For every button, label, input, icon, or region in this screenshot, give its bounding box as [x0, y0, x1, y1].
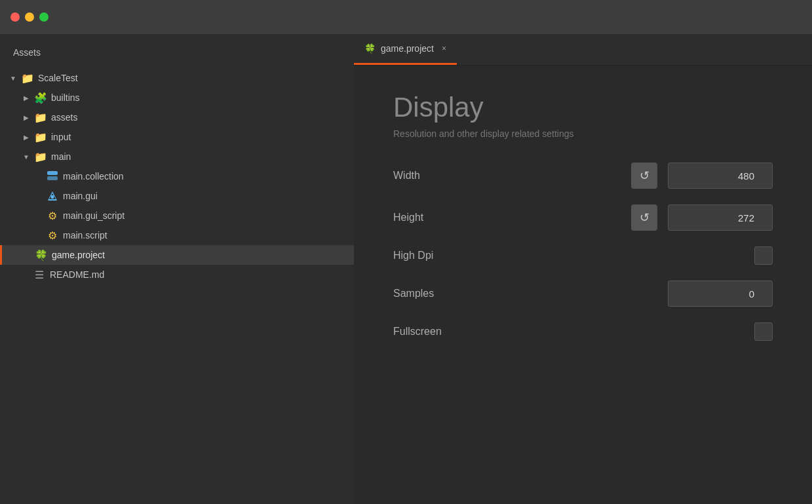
tree-item-main-collection[interactable]: main.collection — [0, 166, 354, 186]
tree-item-scaletest[interactable]: ▼📁ScaleTest — [0, 68, 354, 88]
icon-main-gui-script: ⚙ — [46, 209, 59, 222]
settings-row-height: Height↺ — [393, 204, 773, 231]
reset-height-button[interactable]: ↺ — [631, 204, 657, 231]
tree-label-builtins: builtins — [51, 92, 80, 103]
tree-arrow-main[interactable]: ▼ — [20, 150, 33, 163]
svg-rect-0 — [47, 171, 58, 175]
label-width: Width — [393, 170, 524, 182]
tab-game-project[interactable]: 🍀 game.project × — [354, 34, 457, 65]
tree-item-builtins[interactable]: ▶🧩builtins — [0, 88, 354, 107]
label-samples: Samples — [393, 288, 524, 300]
reset-width-button[interactable]: ↺ — [631, 163, 657, 189]
sidebar: Assets ▼📁ScaleTest▶🧩builtins▶📁assets▶📁in… — [0, 34, 354, 504]
icon-scaletest: 📁 — [21, 71, 34, 85]
label-fullscreen: Fullscreen — [393, 326, 524, 338]
settings-row-high-dpi: High Dpi — [393, 246, 773, 265]
input-samples[interactable] — [668, 281, 773, 307]
tree-label-main-collection: main.collection — [63, 171, 124, 182]
file-tree: ▼📁ScaleTest▶🧩builtins▶📁assets▶📁input▼📁ma… — [0, 68, 354, 284]
tree-item-assets[interactable]: ▶📁assets — [0, 107, 354, 127]
main-layout: Assets ▼📁ScaleTest▶🧩builtins▶📁assets▶📁in… — [0, 34, 812, 504]
icon-readme: ☰ — [33, 268, 46, 281]
tree-arrow-assets[interactable]: ▶ — [20, 111, 33, 124]
input-width[interactable] — [668, 163, 773, 189]
tree-item-game-project[interactable]: 🍀game.project — [0, 245, 354, 265]
icon-main-collection — [46, 170, 59, 183]
tree-item-readme[interactable]: ☰README.md — [0, 265, 354, 284]
tree-item-main-script[interactable]: ⚙main.script — [0, 225, 354, 245]
tree-label-scaletest: ScaleTest — [38, 73, 78, 83]
tree-label-main: main — [51, 151, 71, 162]
label-high-dpi: High Dpi — [393, 250, 524, 262]
input-height[interactable] — [668, 204, 773, 231]
tree-label-assets: assets — [51, 112, 77, 123]
tree-item-main-gui[interactable]: main.gui — [0, 186, 354, 206]
tree-label-game-project: game.project — [52, 250, 105, 260]
tab-icon: 🍀 — [364, 43, 376, 54]
titlebar — [0, 0, 812, 34]
icon-input: 📁 — [34, 130, 47, 144]
checkbox-high-dpi[interactable] — [754, 246, 773, 265]
icon-assets: 📁 — [34, 111, 47, 124]
right-panel: 🍀 game.project × Display Resolution and … — [354, 34, 812, 504]
icon-builtins: 🧩 — [34, 91, 47, 104]
tree-arrow-scaletest[interactable]: ▼ — [7, 71, 20, 85]
tree-arrow-builtins[interactable]: ▶ — [20, 91, 33, 104]
maximize-button[interactable] — [39, 12, 48, 22]
close-button[interactable] — [10, 12, 20, 22]
section-subtitle: Resolution and other display related set… — [393, 128, 773, 139]
icon-game-project: 🍀 — [35, 248, 48, 262]
settings-row-fullscreen: Fullscreen — [393, 322, 773, 341]
settings-fields: Width↺Height↺High DpiSamplesFullscreen — [393, 163, 773, 341]
settings-row-samples: Samples — [393, 281, 773, 307]
tree-item-main[interactable]: ▼📁main — [0, 147, 354, 166]
icon-main: 📁 — [34, 150, 47, 163]
settings-row-width: Width↺ — [393, 163, 773, 189]
tree-label-main-script: main.script — [63, 230, 107, 241]
section-title: Display — [393, 92, 773, 123]
tree-item-input[interactable]: ▶📁input — [0, 127, 354, 147]
tree-arrow-input[interactable]: ▶ — [20, 130, 33, 144]
tab-label: game.project — [381, 43, 434, 54]
icon-main-script: ⚙ — [46, 229, 59, 242]
content-area: Display Resolution and other display rel… — [354, 66, 812, 504]
tree-label-main-gui: main.gui — [63, 191, 98, 201]
tab-bar: 🍀 game.project × — [354, 34, 812, 66]
tree-label-main-gui-script: main.gui_script — [63, 210, 125, 221]
minimize-button[interactable] — [25, 12, 34, 22]
tree-item-main-gui-script[interactable]: ⚙main.gui_script — [0, 206, 354, 225]
checkbox-fullscreen[interactable] — [754, 322, 773, 341]
sidebar-title: Assets — [0, 42, 354, 68]
label-height: Height — [393, 212, 524, 223]
tree-label-input: input — [51, 132, 71, 142]
tab-close-button[interactable]: × — [442, 44, 446, 53]
tree-label-readme: README.md — [50, 269, 104, 280]
svg-rect-1 — [47, 176, 58, 180]
svg-rect-4 — [51, 195, 54, 199]
icon-main-gui — [46, 189, 59, 203]
